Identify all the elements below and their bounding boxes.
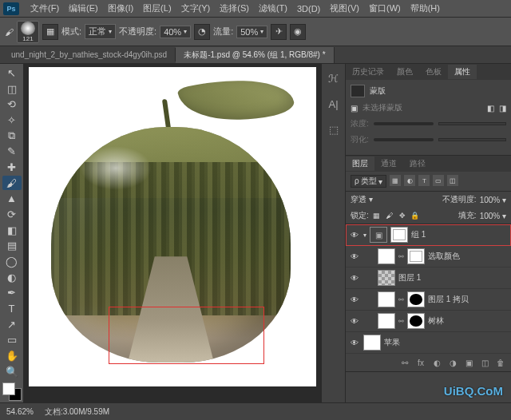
layer-row[interactable]: 👁图层 1 [346, 267, 511, 289]
layer-blend-dropdown[interactable]: 穿透 ▾ [351, 194, 439, 205]
char-panel-icon[interactable]: ℋ [326, 70, 342, 86]
layer-name[interactable]: 苹果 [384, 337, 508, 348]
menu-edit[interactable]: 编辑(E) [64, 1, 103, 16]
color-swatch[interactable] [2, 382, 22, 400]
foreground-color[interactable] [2, 382, 15, 395]
path-tool[interactable]: ↗ [2, 317, 22, 332]
canvas[interactable] [29, 67, 316, 386]
layer-row[interactable]: 👁▾▣组 1 [346, 224, 511, 246]
3d-panel-icon[interactable]: ⬚ [326, 121, 342, 137]
brush-preset-picker[interactable]: 121 [17, 21, 39, 43]
visibility-toggle[interactable]: 👁 [349, 339, 360, 347]
brush-tool-icon[interactable]: 🖌 [5, 27, 14, 37]
history-brush-tool[interactable]: ⟳ [2, 207, 22, 222]
filter-adjust-icon[interactable]: ◐ [404, 175, 415, 186]
menu-image[interactable]: 图像(I) [103, 1, 138, 16]
gradient-tool[interactable]: ▤ [2, 238, 22, 253]
feather-slider[interactable] [374, 138, 434, 141]
feather-input[interactable] [438, 138, 506, 141]
visibility-toggle[interactable]: 👁 [349, 317, 360, 326]
delete-layer-icon[interactable]: 🗑 [495, 357, 506, 368]
menu-3d[interactable]: 3D(D) [292, 2, 325, 15]
menu-view[interactable]: 视图(V) [325, 1, 364, 16]
tab-layers[interactable]: 图层 [346, 157, 374, 171]
pen-tool[interactable]: ✒ [2, 285, 22, 300]
chevron-down-icon[interactable]: ▾ [363, 232, 366, 239]
filter-smart-icon[interactable]: ◫ [447, 175, 458, 186]
filter-pixel-icon[interactable]: ▦ [390, 175, 401, 186]
layer-mask-thumb[interactable] [407, 291, 425, 307]
layer-name[interactable]: 图层 1 [398, 272, 508, 283]
shape-tool[interactable]: ▭ [2, 332, 22, 347]
layer-name[interactable]: 图层 1 拷贝 [428, 294, 508, 305]
marquee-tool[interactable]: ◫ [2, 81, 22, 97]
visibility-toggle[interactable]: 👁 [349, 252, 360, 261]
layer-row[interactable]: 👁⚯图层 1 拷贝 [346, 289, 511, 311]
layer-opacity-dropdown[interactable]: 100% ▾ [480, 196, 506, 204]
blend-mode-dropdown[interactable]: 正常▾ [85, 24, 116, 39]
layer-name[interactable]: 树林 [428, 315, 508, 327]
lock-position-icon[interactable]: ✥ [398, 211, 407, 220]
lasso-tool[interactable]: ⟲ [2, 97, 22, 112]
layer-fx-icon[interactable]: fx [415, 357, 426, 368]
document-tab-1[interactable]: und_night_2_by_nathies_stock-d4gy0ih.psd [3, 48, 176, 61]
layer-name[interactable]: 组 1 [411, 229, 508, 240]
vector-mask-icon[interactable]: ◨ [499, 104, 506, 113]
add-mask-icon[interactable]: ◐ [431, 357, 442, 368]
lock-pixels-icon[interactable]: 🖌 [385, 211, 394, 220]
lock-all-icon[interactable]: 🔒 [410, 211, 420, 220]
flow-dropdown[interactable]: 50%▾ [236, 26, 267, 38]
visibility-toggle[interactable]: 👁 [349, 274, 360, 283]
tab-properties[interactable]: 属性 [448, 65, 477, 79]
opacity-dropdown[interactable]: 40%▾ [160, 26, 191, 38]
filter-shape-icon[interactable]: ▭ [433, 175, 444, 186]
blur-tool[interactable]: ◯ [2, 254, 22, 269]
pressure-opacity-icon[interactable]: ◔ [194, 24, 210, 40]
new-layer-icon[interactable]: ◫ [479, 357, 490, 368]
crop-tool[interactable]: ⧉ [2, 129, 22, 144]
paragraph-panel-icon[interactable]: A| [326, 96, 342, 112]
doc-size[interactable]: 文档:3.00M/9.59M [45, 406, 109, 418]
dodge-tool[interactable]: ◐ [2, 270, 22, 285]
airbrush-icon[interactable]: ✈ [271, 24, 287, 40]
tab-channels[interactable]: 通道 [374, 157, 403, 171]
stamp-tool[interactable]: ▲ [2, 191, 22, 206]
tab-color[interactable]: 颜色 [390, 65, 419, 79]
lock-transparency-icon[interactable]: ▦ [372, 211, 382, 220]
tab-paths[interactable]: 路径 [403, 157, 432, 171]
layer-row[interactable]: 👁苹果 [346, 332, 511, 354]
healing-tool[interactable]: ✚ [2, 160, 22, 175]
menu-window[interactable]: 窗口(W) [364, 1, 406, 16]
brush-tool[interactable]: 🖌 [2, 176, 22, 191]
zoom-tool[interactable]: 🔍 [2, 364, 22, 379]
menu-help[interactable]: 帮助(H) [406, 1, 445, 16]
eyedropper-tool[interactable]: ✎ [2, 144, 22, 159]
visibility-toggle[interactable]: 👁 [349, 231, 360, 240]
document-tab-2[interactable]: 未标题-1.psd @ 54.6% (组 1, RGB/8#) * [176, 47, 334, 63]
wand-tool[interactable]: ✧ [2, 113, 22, 128]
zoom-value[interactable]: 54.62% [6, 407, 34, 416]
menu-select[interactable]: 选择(S) [215, 1, 254, 16]
layer-mask-thumb[interactable] [390, 227, 408, 243]
pressure-size-icon[interactable]: ◉ [290, 24, 306, 40]
tab-history[interactable]: 历史记录 [346, 65, 390, 79]
menu-type[interactable]: 文字(Y) [176, 1, 216, 16]
layer-row[interactable]: 👁⚯树林 [346, 311, 511, 332]
density-slider[interactable] [374, 122, 434, 125]
menu-layer[interactable]: 图层(L) [138, 1, 176, 16]
visibility-toggle[interactable]: 👁 [349, 295, 360, 304]
layer-mask-thumb[interactable] [407, 313, 425, 329]
layer-mask-thumb[interactable] [407, 248, 425, 264]
fill-dropdown[interactable]: 100% ▾ [480, 212, 506, 220]
type-tool[interactable]: T [2, 301, 22, 316]
eraser-tool[interactable]: ◧ [2, 223, 22, 238]
hand-tool[interactable]: ✋ [2, 348, 22, 363]
menu-file[interactable]: 文件(F) [26, 1, 64, 16]
layer-row[interactable]: 👁⚯选取颜色 [346, 246, 511, 267]
tab-swatches[interactable]: 色板 [419, 65, 448, 79]
move-tool[interactable]: ↖ [2, 65, 22, 81]
pixel-mask-icon[interactable]: ◧ [487, 104, 494, 113]
density-input[interactable] [438, 122, 506, 125]
brush-panel-toggle[interactable]: ▦ [42, 24, 58, 40]
link-layers-icon[interactable]: ⚯ [399, 357, 410, 368]
